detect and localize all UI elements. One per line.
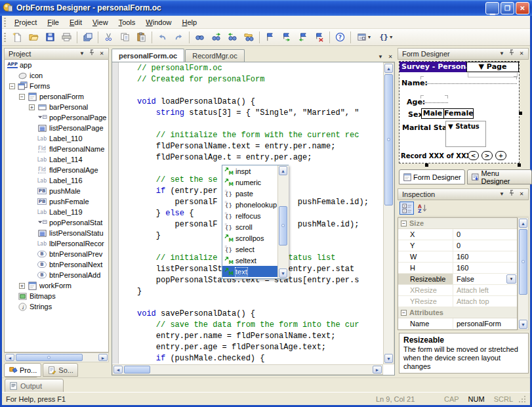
tree-item-workForm[interactable]: +workForm [5,280,108,291]
property-row-x[interactable]: X0 [398,229,517,240]
property-row-yresize[interactable]: YResizeAttach top [398,296,517,307]
preview-status-dropdown[interactable]: ▼ Status [445,121,486,147]
editor-hscrollbar[interactable]: ◄ ► [112,364,383,375]
find-previous-icon[interactable] [224,30,241,45]
bookmark-toggle-icon[interactable] [262,30,278,45]
save-icon[interactable] [42,30,58,45]
form-designer-dropdown-icon[interactable]: ▼ [497,49,506,58]
cut-icon[interactable] [100,30,117,45]
find-icon[interactable] [192,30,208,45]
property-section-attributes[interactable]: −Attributes [398,307,517,318]
property-value[interactable]: 0 [453,240,517,251]
tab-close-icon[interactable]: ✕ [386,53,395,62]
property-row-h[interactable]: H160 [398,263,517,274]
tree-item-btnPersonalPrev[interactable]: BbtnPersonalPrev [5,249,108,259]
window-list-icon[interactable]: ▼ [353,30,375,45]
project-scroll-left-icon[interactable]: ◄ [5,354,14,361]
tab-output[interactable]: Output [5,379,64,393]
tab-RecordMgr.oc[interactable]: RecordMgr.oc [185,49,244,62]
preview-name-field[interactable] [420,76,517,84]
bookmark-clear-icon[interactable] [311,30,327,45]
preview-female-button[interactable]: Female [443,108,474,119]
tree-item-Label_114[interactable]: LabLabel_114 [5,154,108,165]
autocomplete-scroll-thumb[interactable] [279,206,287,246]
editor-scroll-thumb[interactable] [384,74,393,205]
project-dropdown-icon[interactable]: ▼ [77,49,87,58]
autocomplete-scroll-up-icon[interactable]: ▲ [279,166,287,175]
collapse-icon[interactable]: − [9,83,15,89]
form-designer-pin-icon[interactable] [507,49,516,58]
record-nav-add-button[interactable]: + [495,151,506,160]
property-row-w[interactable]: W160 [398,251,517,263]
form-designer-close-icon[interactable]: ✕ [517,49,526,58]
inspection-scroll-thumb[interactable] [519,229,527,295]
tree-item-fldPersonalName[interactable]: FldfldPersonalName [5,144,108,154]
tree-item-personalForm[interactable]: −personalForm [5,91,108,102]
paste-icon[interactable] [133,30,150,45]
collapse-icon[interactable]: − [19,94,25,100]
copy-icon[interactable] [117,30,133,45]
property-value[interactable]: False▼ [453,274,517,284]
categorized-view-button[interactable] [399,202,414,215]
property-row-xresize[interactable]: XResizeAttach left [398,285,517,296]
open-icon[interactable] [26,30,42,45]
build-icon[interactable] [79,30,96,45]
tree-item-lblPersonalRecor[interactable]: LablblPersonalRecor [5,238,108,249]
property-row-y[interactable]: Y0 [398,240,517,251]
menu-project[interactable]: Project [9,16,42,28]
inspection-dropdown-icon[interactable]: ▼ [497,190,506,199]
close-button[interactable]: ✕ [516,2,529,14]
record-nav-next-button[interactable]: > [481,151,493,160]
editor-scroll-up-icon[interactable]: ▲ [384,64,393,73]
preview-page-selector[interactable]: ▼ Page [466,62,519,72]
tree-item-popPersonalStat[interactable]: popPersonalStat [5,217,108,228]
tab-form-designer[interactable]: Form Designer [399,169,465,184]
tree-item-btnPersonalNext[interactable]: BbtnPersonalNext [5,259,108,270]
project-scroll-right-icon[interactable]: ► [98,354,108,361]
tree-item-listPersonalStatu[interactable]: listPersonalStatu [5,228,108,238]
bookmark-previous-icon[interactable] [295,30,311,45]
editor-scroll-down-icon[interactable]: ▼ [384,354,393,363]
project-hscrollbar[interactable]: ◄ ► [4,353,109,362]
form-preview[interactable]: Survey - Personal ▼ Page Name: Age: Sex:… [399,61,520,163]
tab-so[interactable]: So... [43,363,78,377]
minimize-button[interactable]: ▁ [485,2,499,14]
tree-item-btnPersonalAdd[interactable]: BbtnPersonalAdd [5,270,108,280]
alphabetical-sort-button[interactable]: AZ [415,202,430,215]
code-insert-icon[interactable]: {}▼ [375,30,398,45]
tree-item-listPersonalPage[interactable]: listPersonalPage [5,123,108,133]
preview-male-button[interactable]: Male [421,108,444,119]
help-icon[interactable]: ? [332,30,348,45]
inspection-scrollbar[interactable]: ▲ ▼ [518,217,529,330]
tree-item-fldPersonalAge[interactable]: FldfldPersonalAge [5,165,108,175]
maximize-button[interactable]: ❐ [501,2,514,14]
selection-handle[interactable] [518,163,521,167]
tab-scroll-icon[interactable]: ▼ [376,53,385,62]
tree-item-Bitmaps[interactable]: Bitmaps [5,291,108,301]
inspection-close-icon[interactable]: ✕ [517,190,526,199]
inspection-scroll-down-icon[interactable]: ▼ [519,320,527,329]
record-nav-prev-button[interactable]: < [468,151,479,160]
selection-handle[interactable] [425,163,428,167]
editor-hscroll-thumb[interactable] [124,366,150,374]
menu-grip[interactable] [4,18,6,27]
inspection-scroll-up-icon[interactable]: ▲ [519,219,527,228]
new-file-icon[interactable] [9,30,26,45]
autocomplete-scrollbar[interactable]: ▲ ▼ [277,165,289,278]
tab-personalForm.oc[interactable]: personalForm.oc [112,49,184,62]
bookmark-next-icon[interactable] [278,30,295,45]
tree-item-Forms[interactable]: −Forms [5,81,108,91]
tree-item-Label_116[interactable]: LabLabel_116 [5,175,108,186]
property-value[interactable]: 0 [453,229,517,240]
tab-pro[interactable]: Pro... [4,363,41,377]
project-pin-icon[interactable] [87,49,96,58]
project-close-icon[interactable]: ✕ [97,49,106,58]
print-icon[interactable] [58,30,75,45]
tree-item-pushMale[interactable]: PBpushMale [5,186,108,196]
resize-grip[interactable] [518,395,526,403]
inspection-pin-icon[interactable] [507,190,516,199]
preview-age-field[interactable] [420,95,448,103]
tree-item-Label_119[interactable]: LabLabel_119 [5,207,108,217]
property-value[interactable]: 160 [453,263,517,273]
tree-item-popPersonalPage[interactable]: popPersonalPage [5,112,108,123]
